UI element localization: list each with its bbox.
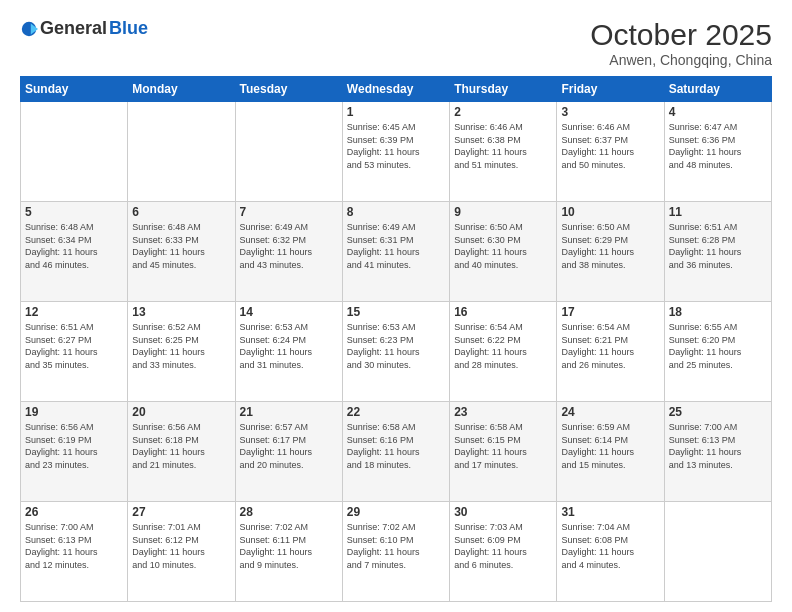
- day-info: Sunrise: 6:54 AMSunset: 6:21 PMDaylight:…: [561, 321, 659, 371]
- calendar-table: Sunday Monday Tuesday Wednesday Thursday…: [20, 76, 772, 602]
- table-cell: [664, 502, 771, 602]
- day-info: Sunrise: 7:00 AMSunset: 6:13 PMDaylight:…: [669, 421, 767, 471]
- day-number: 4: [669, 105, 767, 119]
- day-info: Sunrise: 7:02 AMSunset: 6:11 PMDaylight:…: [240, 521, 338, 571]
- table-cell: 11Sunrise: 6:51 AMSunset: 6:28 PMDayligh…: [664, 202, 771, 302]
- table-cell: 28Sunrise: 7:02 AMSunset: 6:11 PMDayligh…: [235, 502, 342, 602]
- day-number: 24: [561, 405, 659, 419]
- day-number: 26: [25, 505, 123, 519]
- day-number: 27: [132, 505, 230, 519]
- day-number: 19: [25, 405, 123, 419]
- table-cell: 13Sunrise: 6:52 AMSunset: 6:25 PMDayligh…: [128, 302, 235, 402]
- table-cell: 27Sunrise: 7:01 AMSunset: 6:12 PMDayligh…: [128, 502, 235, 602]
- day-info: Sunrise: 6:52 AMSunset: 6:25 PMDaylight:…: [132, 321, 230, 371]
- table-cell: 12Sunrise: 6:51 AMSunset: 6:27 PMDayligh…: [21, 302, 128, 402]
- day-info: Sunrise: 7:00 AMSunset: 6:13 PMDaylight:…: [25, 521, 123, 571]
- table-cell: 25Sunrise: 7:00 AMSunset: 6:13 PMDayligh…: [664, 402, 771, 502]
- day-number: 18: [669, 305, 767, 319]
- day-number: 25: [669, 405, 767, 419]
- day-info: Sunrise: 7:03 AMSunset: 6:09 PMDaylight:…: [454, 521, 552, 571]
- day-number: 12: [25, 305, 123, 319]
- day-number: 3: [561, 105, 659, 119]
- page: GeneralBlue October 2025 Anwen, Chongqin…: [0, 0, 792, 612]
- table-cell: 5Sunrise: 6:48 AMSunset: 6:34 PMDaylight…: [21, 202, 128, 302]
- header: GeneralBlue October 2025 Anwen, Chongqin…: [20, 18, 772, 68]
- day-number: 14: [240, 305, 338, 319]
- day-info: Sunrise: 6:53 AMSunset: 6:24 PMDaylight:…: [240, 321, 338, 371]
- logo-general: General: [40, 18, 107, 39]
- table-cell: 1Sunrise: 6:45 AMSunset: 6:39 PMDaylight…: [342, 102, 449, 202]
- table-cell: 18Sunrise: 6:55 AMSunset: 6:20 PMDayligh…: [664, 302, 771, 402]
- table-cell: [128, 102, 235, 202]
- day-info: Sunrise: 7:01 AMSunset: 6:12 PMDaylight:…: [132, 521, 230, 571]
- day-number: 23: [454, 405, 552, 419]
- col-sunday: Sunday: [21, 77, 128, 102]
- table-cell: 16Sunrise: 6:54 AMSunset: 6:22 PMDayligh…: [450, 302, 557, 402]
- week-row-4: 19Sunrise: 6:56 AMSunset: 6:19 PMDayligh…: [21, 402, 772, 502]
- table-cell: 21Sunrise: 6:57 AMSunset: 6:17 PMDayligh…: [235, 402, 342, 502]
- day-info: Sunrise: 6:48 AMSunset: 6:33 PMDaylight:…: [132, 221, 230, 271]
- table-cell: 20Sunrise: 6:56 AMSunset: 6:18 PMDayligh…: [128, 402, 235, 502]
- table-cell: 30Sunrise: 7:03 AMSunset: 6:09 PMDayligh…: [450, 502, 557, 602]
- table-cell: 22Sunrise: 6:58 AMSunset: 6:16 PMDayligh…: [342, 402, 449, 502]
- week-row-5: 26Sunrise: 7:00 AMSunset: 6:13 PMDayligh…: [21, 502, 772, 602]
- header-row: Sunday Monday Tuesday Wednesday Thursday…: [21, 77, 772, 102]
- day-number: 2: [454, 105, 552, 119]
- day-info: Sunrise: 6:46 AMSunset: 6:37 PMDaylight:…: [561, 121, 659, 171]
- table-cell: 31Sunrise: 7:04 AMSunset: 6:08 PMDayligh…: [557, 502, 664, 602]
- table-cell: 19Sunrise: 6:56 AMSunset: 6:19 PMDayligh…: [21, 402, 128, 502]
- day-number: 10: [561, 205, 659, 219]
- logo: GeneralBlue: [20, 18, 148, 39]
- day-number: 11: [669, 205, 767, 219]
- day-number: 29: [347, 505, 445, 519]
- day-info: Sunrise: 6:48 AMSunset: 6:34 PMDaylight:…: [25, 221, 123, 271]
- table-cell: 14Sunrise: 6:53 AMSunset: 6:24 PMDayligh…: [235, 302, 342, 402]
- table-cell: [21, 102, 128, 202]
- col-tuesday: Tuesday: [235, 77, 342, 102]
- table-cell: 3Sunrise: 6:46 AMSunset: 6:37 PMDaylight…: [557, 102, 664, 202]
- title-area: October 2025 Anwen, Chongqing, China: [590, 18, 772, 68]
- table-cell: 4Sunrise: 6:47 AMSunset: 6:36 PMDaylight…: [664, 102, 771, 202]
- col-saturday: Saturday: [664, 77, 771, 102]
- day-number: 22: [347, 405, 445, 419]
- table-cell: 9Sunrise: 6:50 AMSunset: 6:30 PMDaylight…: [450, 202, 557, 302]
- table-cell: [235, 102, 342, 202]
- day-info: Sunrise: 6:45 AMSunset: 6:39 PMDaylight:…: [347, 121, 445, 171]
- day-info: Sunrise: 6:50 AMSunset: 6:30 PMDaylight:…: [454, 221, 552, 271]
- logo-blue: Blue: [109, 18, 148, 39]
- day-number: 1: [347, 105, 445, 119]
- table-cell: 8Sunrise: 6:49 AMSunset: 6:31 PMDaylight…: [342, 202, 449, 302]
- table-cell: 26Sunrise: 7:00 AMSunset: 6:13 PMDayligh…: [21, 502, 128, 602]
- day-info: Sunrise: 6:56 AMSunset: 6:18 PMDaylight:…: [132, 421, 230, 471]
- day-info: Sunrise: 6:46 AMSunset: 6:38 PMDaylight:…: [454, 121, 552, 171]
- day-number: 6: [132, 205, 230, 219]
- day-number: 15: [347, 305, 445, 319]
- day-info: Sunrise: 6:56 AMSunset: 6:19 PMDaylight:…: [25, 421, 123, 471]
- col-thursday: Thursday: [450, 77, 557, 102]
- day-info: Sunrise: 6:58 AMSunset: 6:15 PMDaylight:…: [454, 421, 552, 471]
- day-number: 5: [25, 205, 123, 219]
- col-wednesday: Wednesday: [342, 77, 449, 102]
- table-cell: 23Sunrise: 6:58 AMSunset: 6:15 PMDayligh…: [450, 402, 557, 502]
- day-info: Sunrise: 6:59 AMSunset: 6:14 PMDaylight:…: [561, 421, 659, 471]
- table-cell: 15Sunrise: 6:53 AMSunset: 6:23 PMDayligh…: [342, 302, 449, 402]
- month-title: October 2025: [590, 18, 772, 52]
- day-number: 17: [561, 305, 659, 319]
- day-number: 31: [561, 505, 659, 519]
- day-info: Sunrise: 6:58 AMSunset: 6:16 PMDaylight:…: [347, 421, 445, 471]
- day-number: 20: [132, 405, 230, 419]
- col-friday: Friday: [557, 77, 664, 102]
- day-info: Sunrise: 6:51 AMSunset: 6:27 PMDaylight:…: [25, 321, 123, 371]
- day-info: Sunrise: 6:47 AMSunset: 6:36 PMDaylight:…: [669, 121, 767, 171]
- week-row-1: 1Sunrise: 6:45 AMSunset: 6:39 PMDaylight…: [21, 102, 772, 202]
- logo-icon: [20, 20, 38, 38]
- day-number: 8: [347, 205, 445, 219]
- day-number: 28: [240, 505, 338, 519]
- day-info: Sunrise: 6:51 AMSunset: 6:28 PMDaylight:…: [669, 221, 767, 271]
- table-cell: 2Sunrise: 6:46 AMSunset: 6:38 PMDaylight…: [450, 102, 557, 202]
- day-info: Sunrise: 7:04 AMSunset: 6:08 PMDaylight:…: [561, 521, 659, 571]
- day-number: 7: [240, 205, 338, 219]
- day-info: Sunrise: 7:02 AMSunset: 6:10 PMDaylight:…: [347, 521, 445, 571]
- col-monday: Monday: [128, 77, 235, 102]
- day-number: 13: [132, 305, 230, 319]
